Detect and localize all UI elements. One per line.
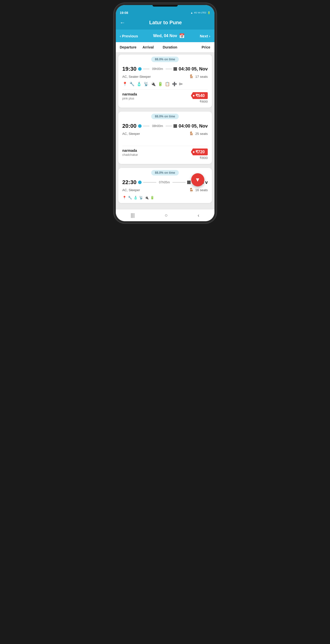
line-left-3 — [143, 182, 157, 183]
bus-card-1[interactable]: 88.0% on time 19:30 09h00m 04:30 05, Nov… — [118, 55, 212, 108]
dep-dot-3 — [138, 181, 142, 184]
phone-frame: 19:08 ▲ 4G Vo LTE2 🔋 ← Latur to Pune ‹ P… — [116, 5, 214, 221]
seat-icon-2: 🪑 — [189, 131, 194, 136]
filter-button[interactable]: ▼ — [191, 173, 204, 186]
calendar-icon: 📅 — [179, 33, 185, 39]
signal-icon: ▲ — [190, 11, 193, 14]
seats-info-2: 🪑 25 seats — [189, 131, 208, 136]
network-icon: 4G Vo LTE2 — [194, 11, 206, 14]
seats-info-1: 🪑 17 seats — [189, 74, 208, 79]
arr-square-2 — [173, 124, 177, 128]
amenity-bottle-icon: 🧴 — [137, 82, 142, 86]
time-row-1: 19:30 09h00m 04:30 05, Nov — [122, 66, 208, 72]
amenity-location-icon: 📍 — [122, 82, 127, 86]
dep-time-3: 22:30 — [122, 179, 137, 186]
price-row-2: narmada chadchakar ₹720 ₹800 — [122, 148, 208, 161]
seat-icon-3: 🪑 — [189, 188, 194, 192]
on-time-label-2: 88.0% on time — [151, 114, 179, 119]
time-row-2: 20:00 08h00m 04:00 05, Nov — [122, 123, 208, 129]
empty-amenities-2 — [122, 139, 208, 146]
bus-card-2[interactable]: 88.0% on time 20:00 08h00m 04:00 05, Nov… — [118, 112, 212, 164]
price-value-2: ₹720 — [195, 150, 205, 154]
on-time-badge-2: 88.0% on time — [118, 112, 212, 120]
on-time-label-3: 88.0% on time — [151, 170, 179, 176]
amenity-partial-2: 🔧 — [128, 196, 132, 200]
col-arrival: Arrival — [143, 45, 163, 49]
on-time-label-1: 88.0% on time — [151, 57, 179, 62]
column-headers: Departure Arrival Duration Price — [116, 42, 214, 53]
seats-count-2: 25 seats — [195, 132, 208, 136]
dep-time-1: 19:30 — [122, 66, 137, 72]
amenity-doc-icon: 📋 — [165, 82, 170, 86]
operator-sub-2: chadchakar — [122, 153, 138, 157]
seats-info-3: 🪑 16 seats — [189, 188, 208, 192]
chevron-right-icon: › — [209, 34, 210, 38]
current-date: Wed, 04 Nov — [153, 34, 177, 38]
price-block-1: ₹540 ₹600 — [191, 92, 208, 104]
filter-icon: ▼ — [195, 177, 201, 183]
battery-icon: 🔋 — [207, 11, 210, 14]
amenity-tool-icon: 🔧 — [129, 82, 135, 86]
next-date-button[interactable]: Next › — [200, 34, 210, 38]
date-display[interactable]: Wed, 04 Nov 📅 — [153, 33, 185, 39]
price-block-2: ₹720 ₹800 — [191, 148, 208, 160]
home-icon: ○ — [165, 212, 168, 218]
col-departure: Departure — [120, 45, 143, 49]
arr-time-2: 04:00 05, Nov — [179, 123, 208, 129]
on-time-badge-1: 88.0% on time — [118, 55, 212, 63]
nav-home-button[interactable]: ○ — [165, 212, 168, 218]
amenity-partial-1: 📍 — [122, 196, 126, 200]
line-left-1 — [143, 69, 150, 69]
amenity-partial-5: 🔌 — [145, 196, 149, 200]
col-duration: Duration — [163, 45, 186, 49]
duration-2: 08h00m — [151, 124, 164, 128]
col-price: Price — [186, 45, 210, 49]
operator-name-2: narmada — [122, 148, 138, 153]
bus-type-1: AC, Seater-Sleeper — [122, 75, 151, 79]
arr-square-1 — [173, 67, 177, 71]
back-button[interactable]: ← — [120, 20, 125, 26]
date-nav: ‹ Previous Wed, 04 Nov 📅 Next › — [116, 30, 214, 42]
bus-type-3: AC, Sleeper — [122, 188, 140, 192]
dep-dot-1 — [138, 67, 142, 71]
amenity-partial-4: 📡 — [139, 196, 143, 200]
discount-price-2: ₹720 — [191, 148, 208, 155]
back-nav-icon: ‹ — [198, 212, 200, 218]
status-time: 19:08 — [120, 11, 128, 15]
bus-type-row-3: AC, Sleeper 🪑 16 seats — [122, 188, 208, 192]
original-price-1: ₹600 — [200, 100, 208, 104]
amenities-row-1: 📍 🔧 🧴 📡 🔌 🔋 📋 ➕ 3+ — [122, 82, 208, 86]
bus-type-row-2: AC, Sleeper 🪑 25 seats — [122, 131, 208, 136]
line-left-2 — [143, 126, 150, 126]
bus-type-2: AC, Sleeper — [122, 132, 140, 136]
operator-info-1: narmada pink plus — [122, 92, 137, 100]
line-right-2 — [166, 126, 172, 126]
recent-icon: ||| — [131, 212, 135, 218]
page-title: Latur to Pune — [128, 20, 203, 26]
original-price-2: ₹800 — [200, 156, 208, 160]
bottom-nav: ||| ○ ‹ — [116, 209, 214, 221]
nav-back-button[interactable]: ‹ — [198, 212, 200, 218]
divider-2 — [122, 146, 208, 146]
prev-label: Previous — [122, 34, 138, 38]
bus-info-1: 19:30 09h00m 04:30 05, Nov AC, Seater-Sl… — [118, 63, 212, 108]
seats-count-3: 16 seats — [195, 188, 208, 192]
nav-recent-button[interactable]: ||| — [131, 212, 135, 218]
notch — [152, 5, 178, 7]
operator-sub-1: pink plus — [122, 97, 137, 100]
amenity-partial-3: 🧴 — [134, 196, 138, 200]
arr-time-1: 04:30 05, Nov — [179, 66, 208, 72]
operator-info-2: narmada chadchakar — [122, 148, 138, 157]
status-bar: 19:08 ▲ 4G Vo LTE2 🔋 — [116, 8, 214, 17]
amenity-wifi-icon: 📡 — [144, 82, 149, 86]
seats-count-1: 17 seats — [195, 75, 208, 79]
duration-1: 09h00m — [151, 67, 164, 71]
prev-date-button[interactable]: ‹ Previous — [120, 34, 138, 38]
dep-dot-2 — [138, 124, 142, 128]
header: ← Latur to Pune — [116, 17, 214, 30]
amenity-power-icon: 🔌 — [151, 82, 156, 86]
next-label: Next — [200, 34, 208, 38]
operator-name-1: narmada — [122, 92, 137, 96]
status-icons: ▲ 4G Vo LTE2 🔋 — [190, 11, 210, 14]
bus-info-2: 20:00 08h00m 04:00 05, Nov AC, Sleeper 🪑… — [118, 120, 212, 164]
